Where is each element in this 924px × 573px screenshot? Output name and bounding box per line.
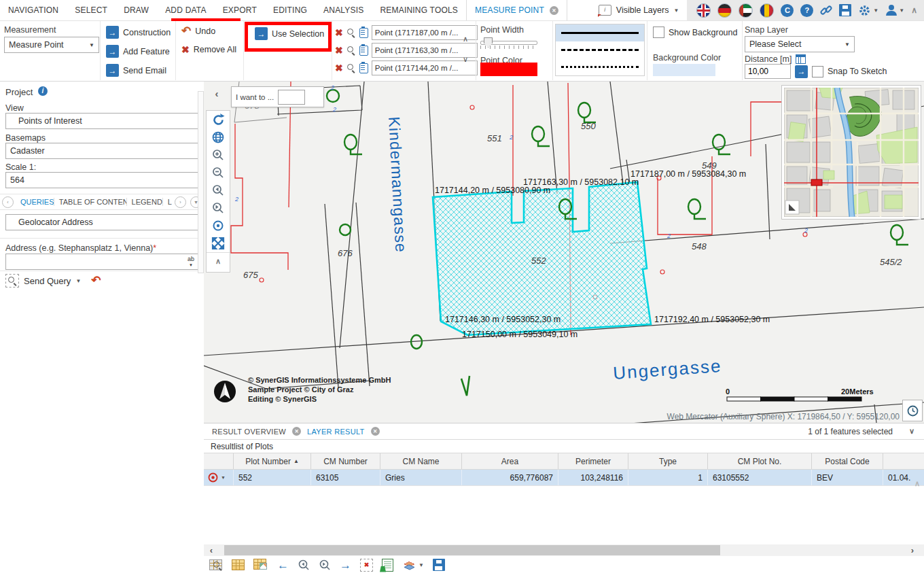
copy-point-icon[interactable] <box>359 63 368 73</box>
menu-add-data[interactable]: ADD DATA <box>157 0 215 20</box>
header-type[interactable]: Type <box>628 453 708 469</box>
header-area[interactable]: Area <box>462 453 558 469</box>
menu-navigation[interactable]: NAVIGATION <box>0 0 67 20</box>
overview-map[interactable] <box>781 85 921 220</box>
tab-truncated[interactable]: L <box>163 198 173 206</box>
tab-result-overview[interactable]: RESULT OVERVIEW <box>212 428 286 436</box>
next-extent-icon[interactable] <box>207 199 230 217</box>
autocomplete-ab-icon[interactable]: ab ▼ <box>188 256 194 268</box>
tab-queries[interactable]: QUERIES <box>16 198 54 206</box>
history-clock-button[interactable] <box>902 400 923 421</box>
address-input[interactable] <box>6 254 185 269</box>
show-background-option[interactable]: Show Background <box>653 27 737 38</box>
menu-analysis[interactable]: ANALYSIS <box>315 0 372 20</box>
menu-select[interactable]: SELECT <box>67 0 116 20</box>
point-width-slider[interactable] <box>480 41 537 49</box>
scroll-down-icon[interactable]: ∨ <box>463 56 468 63</box>
row-actions[interactable]: ▼ <box>204 470 234 485</box>
close-icon[interactable]: ✕ <box>292 427 301 436</box>
language-romanian-icon[interactable] <box>760 3 774 18</box>
link-icon[interactable] <box>820 4 832 16</box>
distance-grid-icon[interactable] <box>796 54 806 64</box>
settings-menu[interactable]: ▼ <box>858 4 878 17</box>
language-german-icon[interactable] <box>717 3 732 18</box>
tab-table-of-content[interactable]: TABLE OF CONTENT <box>54 198 127 206</box>
close-icon[interactable]: ✕ <box>550 6 558 15</box>
copy-point-icon[interactable] <box>359 28 368 38</box>
header-cm-number[interactable]: CM Number <box>311 453 380 469</box>
show-table-button[interactable] <box>232 559 245 570</box>
tab-layer-result[interactable]: LAYER RESULT <box>307 428 365 436</box>
point-entry[interactable]: Point (1717163,30 m /... <box>372 43 478 58</box>
header-plot-number[interactable]: Plot Number ▲ <box>234 453 311 469</box>
clear-selection-button[interactable]: ✖ <box>360 559 373 572</box>
previous-extent-icon[interactable] <box>207 181 230 199</box>
use-selection-button[interactable]: → Use Selection <box>255 27 324 40</box>
show-background-checkbox[interactable] <box>653 27 664 38</box>
layer-export-button[interactable]: ▼ <box>402 559 424 571</box>
tab-legend[interactable]: LEGEND <box>127 198 163 206</box>
line-style-solid[interactable] <box>556 24 644 41</box>
line-style-dashed[interactable] <box>556 41 644 58</box>
zoom-to-result-button[interactable] <box>209 559 223 571</box>
table-scroll-up-icon[interactable]: ∧ <box>914 479 920 488</box>
i-want-to-widget[interactable]: I want to ... <box>231 86 324 107</box>
zoom-in-icon[interactable] <box>207 146 230 164</box>
construction-button[interactable]: → Construction <box>106 26 171 39</box>
add-feature-button[interactable]: → Add Feature <box>106 45 170 58</box>
first-record-icon[interactable]: ← <box>277 559 289 571</box>
snap-layer-select[interactable]: Please Select ▼ <box>745 36 855 52</box>
collapse-results-icon[interactable]: ∨ <box>909 427 914 436</box>
basemaps-select[interactable]: Cadaster ▼ <box>5 143 208 159</box>
menu-draw[interactable]: DRAW <box>116 0 157 20</box>
row-menu-caret-icon[interactable]: ▼ <box>221 475 226 480</box>
send-query-button[interactable]: Send Query <box>24 276 71 286</box>
full-extent-icon[interactable] <box>207 235 230 252</box>
measurement-select[interactable]: Measure Point ▼ <box>4 37 99 53</box>
visible-layers-control[interactable]: i Visible Layers ▼ <box>590 0 688 20</box>
view-select[interactable]: Points of Interest ▼ <box>5 113 208 129</box>
scroll-right-icon[interactable]: › <box>905 545 920 555</box>
point-color-swatch[interactable] <box>480 63 537 76</box>
copy-table-button[interactable] <box>253 559 268 571</box>
horizontal-scrollbar[interactable]: ‹ › <box>204 544 924 556</box>
collapse-map-toolbar-icon[interactable]: ‹ <box>208 86 226 101</box>
menu-export[interactable]: EXPORT <box>215 0 265 20</box>
point-entry[interactable]: Point (1717144,20 m /... <box>372 60 478 75</box>
header-cm-name[interactable]: CM Name <box>380 453 462 469</box>
send-query-caret-icon[interactable]: ▼ <box>75 278 81 284</box>
globe-icon[interactable] <box>207 128 230 146</box>
last-record-icon[interactable]: → <box>340 559 351 571</box>
delete-point-icon[interactable]: ✖ <box>335 63 343 73</box>
reset-query-icon[interactable]: ↶ <box>91 275 101 286</box>
delete-point-icon[interactable]: ✖ <box>335 46 343 55</box>
tabs-scroll-right-icon[interactable]: › <box>175 196 186 208</box>
zoom-to-point-icon[interactable] <box>346 63 356 73</box>
scroll-left-icon[interactable]: ‹ <box>204 545 219 555</box>
undo-button[interactable]: ↶ Undo <box>181 26 215 37</box>
save-icon[interactable] <box>839 4 851 16</box>
export-excel-button[interactable] <box>382 559 393 572</box>
language-arabic-icon[interactable] <box>739 3 753 18</box>
collapse-ribbon-icon[interactable]: ∧ <box>911 5 917 15</box>
collapse-toolbar-icon[interactable]: ∧ <box>207 252 230 269</box>
next-record-button[interactable] <box>319 559 331 571</box>
query-type-select[interactable]: Geolocator Address ▼ <box>5 214 208 230</box>
delete-point-icon[interactable]: ✖ <box>335 28 343 37</box>
tabs-scroll-left-icon[interactable]: ‹ <box>2 196 14 208</box>
menu-remaining-tools[interactable]: REMAINING TOOLS <box>372 0 466 20</box>
send-email-button[interactable]: → Send Email <box>106 64 166 77</box>
zoom-to-point-icon[interactable] <box>346 28 356 37</box>
sidebar-scrollbar[interactable] <box>198 91 204 273</box>
header-cm-plot-no[interactable]: CM Plot No. <box>708 453 812 469</box>
scale-select[interactable]: 564 ▼ <box>5 172 208 188</box>
help-icon[interactable]: ? <box>800 4 813 17</box>
close-icon[interactable]: ✕ <box>371 427 380 436</box>
center-map-icon[interactable] <box>207 217 230 235</box>
apply-distance-button[interactable]: → <box>795 65 808 78</box>
header-perimeter[interactable]: Perimeter <box>558 453 628 469</box>
i-want-to-input[interactable] <box>278 90 305 105</box>
snap-to-sketch-checkbox[interactable] <box>812 66 823 77</box>
project-info-icon[interactable]: i <box>38 86 48 96</box>
table-row[interactable]: ▼ 552 63105 Gries 659,776087 103,248116 … <box>204 470 924 486</box>
